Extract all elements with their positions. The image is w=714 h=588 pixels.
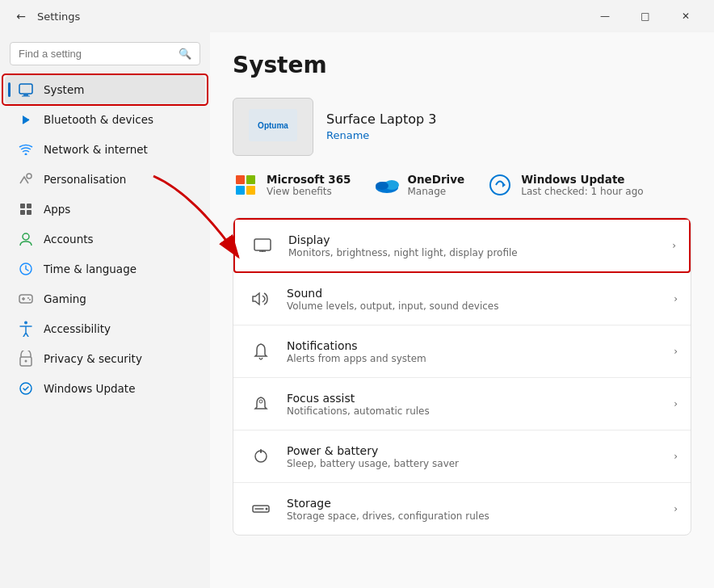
display-text: Display Monitors, brightness, night ligh… [288, 233, 518, 258]
sidebar-item-gaming[interactable]: Gaming [5, 284, 205, 313]
windows-update-icon [18, 380, 34, 397]
winupdate-icon [487, 172, 513, 198]
device-card: Optuma Surface Laptop 3 Rename [233, 98, 691, 156]
sidebar-label-privacy: Privacy & security [44, 352, 142, 365]
content-area: System Optuma Surface Laptop 3 Rename [210, 32, 714, 588]
search-icon: 🔍 [178, 48, 191, 60]
sidebar-label-network: Network & internet [44, 143, 148, 156]
device-logo: Optuma [249, 109, 297, 144]
svg-point-34 [266, 508, 268, 510]
sidebar: 🔍 System [0, 32, 210, 588]
titlebar: ← Settings — □ ✕ [0, 0, 714, 32]
winupdate-text: Windows Update Last checked: 1 hour ago [521, 173, 643, 197]
sound-text: Sound Volume levels, output, input, soun… [287, 287, 498, 312]
sidebar-item-accessibility[interactable]: Accessibility [5, 314, 205, 343]
search-input[interactable] [19, 48, 172, 60]
notifications-icon [246, 337, 275, 366]
notifications-chevron: › [674, 346, 678, 357]
focus-chevron: › [674, 398, 678, 410]
storage-icon [246, 494, 275, 523]
sound-title: Sound [287, 287, 498, 300]
svg-point-25 [376, 182, 388, 190]
app-item-winupdate[interactable]: Windows Update Last checked: 1 hour ago [487, 172, 643, 198]
settings-row-notifications[interactable]: Notifications Alerts from apps and syste… [233, 326, 691, 378]
sidebar-item-privacy[interactable]: Privacy & security [5, 344, 205, 373]
sidebar-item-bluetooth[interactable]: Bluetooth & devices [5, 105, 205, 134]
svg-rect-0 [19, 84, 32, 94]
minimize-button[interactable]: — [586, 3, 624, 29]
sidebar-label-windows-update: Windows Update [44, 382, 135, 395]
settings-row-sound[interactable]: Sound Volume levels, output, input, soun… [233, 273, 691, 326]
svg-rect-8 [20, 210, 25, 215]
sidebar-label-personalisation: Personalisation [44, 173, 126, 186]
focus-title: Focus assist [287, 392, 430, 405]
sidebar-label-accessibility: Accessibility [44, 322, 111, 335]
storage-sub: Storage space, drives, configuration rul… [287, 510, 489, 522]
sidebar-item-network[interactable]: Network & internet [5, 135, 205, 164]
sound-icon [246, 284, 275, 313]
storage-text: Storage Storage space, drives, configura… [287, 497, 489, 522]
svg-point-10 [23, 233, 29, 240]
sidebar-item-windows-update[interactable]: Windows Update [5, 374, 205, 403]
focus-sub: Notifications, automatic rules [287, 405, 430, 417]
svg-point-30 [259, 400, 262, 403]
device-thumbnail: Optuma [233, 98, 313, 156]
privacy-icon [18, 351, 34, 367]
ms365-sub: View benefits [267, 186, 351, 197]
focus-text: Focus assist Notifications, automatic ru… [287, 392, 430, 417]
bluetooth-icon [18, 111, 34, 128]
power-title: Power & battery [287, 444, 459, 457]
storage-chevron: › [674, 503, 678, 514]
settings-row-focus[interactable]: Focus assist Notifications, automatic ru… [233, 378, 691, 430]
svg-rect-6 [20, 204, 25, 208]
sidebar-label-gaming: Gaming [44, 292, 86, 305]
display-chevron: › [672, 240, 676, 251]
onedrive-icon [374, 172, 400, 198]
personalisation-icon [18, 171, 34, 187]
power-sub: Sleep, battery usage, battery saver [287, 458, 459, 469]
power-icon [246, 442, 275, 471]
sidebar-item-personalisation[interactable]: Personalisation [5, 165, 205, 194]
sidebar-item-accounts[interactable]: Accounts [5, 225, 205, 254]
svg-point-16 [29, 299, 31, 300]
maximize-button[interactable]: □ [627, 3, 664, 29]
back-button[interactable]: ← [10, 5, 32, 27]
page-title: System [233, 52, 691, 78]
close-button[interactable]: ✕ [667, 3, 704, 29]
device-rename-link[interactable]: Rename [326, 129, 369, 141]
notifications-title: Notifications [287, 339, 426, 352]
ms365-text: Microsoft 365 View benefits [267, 173, 351, 197]
svg-point-17 [24, 321, 27, 325]
svg-point-19 [25, 360, 27, 363]
svg-rect-27 [254, 239, 271, 250]
settings-row-storage[interactable]: Storage Storage space, drives, configura… [233, 483, 691, 535]
gaming-icon [18, 291, 34, 307]
onedrive-name: OneDrive [408, 173, 465, 186]
svg-rect-12 [19, 295, 32, 303]
onedrive-text: OneDrive Manage [408, 173, 465, 197]
app-body: 🔍 System [0, 32, 714, 588]
app-item-ms365[interactable]: Microsoft 365 View benefits [233, 172, 351, 198]
power-text: Power & battery Sleep, battery usage, ba… [287, 444, 459, 469]
nav-system-wrapper: System [0, 75, 210, 104]
svg-text:Optuma: Optuma [258, 121, 288, 130]
sidebar-item-time[interactable]: Time & language [5, 254, 205, 284]
svg-point-4 [25, 153, 27, 156]
sidebar-item-apps[interactable]: Apps [5, 195, 205, 224]
app-item-onedrive[interactable]: OneDrive Manage [374, 172, 465, 198]
display-sub: Monitors, brightness, night light, displ… [288, 247, 518, 258]
accessibility-icon [18, 321, 34, 337]
svg-point-15 [27, 297, 29, 299]
sidebar-label-bluetooth: Bluetooth & devices [44, 113, 153, 126]
settings-row-power[interactable]: Power & battery Sleep, battery usage, ba… [233, 430, 691, 483]
search-box[interactable]: 🔍 [10, 42, 200, 65]
settings-row-display[interactable]: Display Monitors, brightness, night ligh… [233, 218, 691, 273]
onedrive-sub: Manage [408, 186, 465, 197]
svg-point-3 [25, 119, 27, 121]
ms365-icon [233, 172, 258, 198]
sidebar-label-accounts: Accounts [44, 233, 94, 246]
sidebar-item-system[interactable]: System [5, 75, 205, 104]
system-icon [18, 82, 34, 98]
svg-rect-2 [22, 96, 30, 97]
svg-rect-9 [27, 210, 32, 215]
